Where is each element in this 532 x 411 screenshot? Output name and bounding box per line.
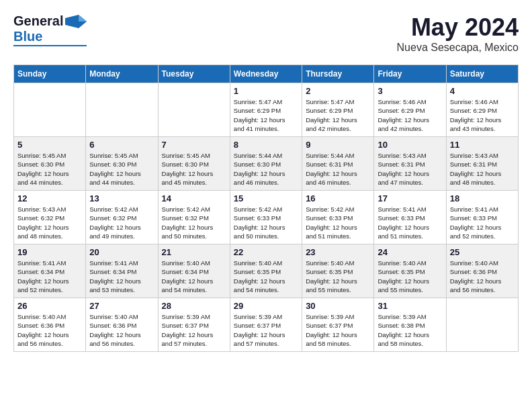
table-row: 26Sunrise: 5:40 AM Sunset: 6:36 PM Dayli… <box>14 298 86 352</box>
day-number: 6 <box>89 140 154 150</box>
table-row: 15Sunrise: 5:42 AM Sunset: 6:33 PM Dayli… <box>230 191 302 244</box>
day-info: Sunrise: 5:47 AM Sunset: 6:29 PM Dayligh… <box>306 97 370 133</box>
day-number: 31 <box>378 301 442 311</box>
day-number: 28 <box>162 301 226 311</box>
logo-text-general: General <box>13 13 63 29</box>
day-number: 11 <box>450 140 515 150</box>
day-info: Sunrise: 5:41 AM Sunset: 6:34 PM Dayligh… <box>89 259 154 294</box>
day-number: 17 <box>378 193 442 203</box>
col-monday: Monday <box>86 65 158 83</box>
table-row: 23Sunrise: 5:40 AM Sunset: 6:35 PM Dayli… <box>302 244 374 298</box>
day-info: Sunrise: 5:41 AM Sunset: 6:33 PM Dayligh… <box>450 205 515 240</box>
table-row: 1Sunrise: 5:47 AM Sunset: 6:29 PM Daylig… <box>230 83 302 137</box>
day-number: 1 <box>234 86 298 96</box>
day-number: 5 <box>17 140 82 150</box>
day-number: 25 <box>450 247 515 257</box>
table-row <box>86 83 158 137</box>
day-info: Sunrise: 5:43 AM Sunset: 6:32 PM Dayligh… <box>17 205 82 240</box>
table-row: 22Sunrise: 5:40 AM Sunset: 6:35 PM Dayli… <box>230 244 302 298</box>
col-thursday: Thursday <box>302 65 374 83</box>
table-row: 5Sunrise: 5:45 AM Sunset: 6:30 PM Daylig… <box>14 137 86 191</box>
day-number: 22 <box>234 247 298 257</box>
day-info: Sunrise: 5:42 AM Sunset: 6:33 PM Dayligh… <box>306 205 370 240</box>
svg-marker-1 <box>79 15 87 21</box>
day-number: 27 <box>89 301 154 311</box>
day-number: 7 <box>162 140 226 150</box>
day-number: 18 <box>450 193 515 203</box>
table-row: 30Sunrise: 5:39 AM Sunset: 6:37 PM Dayli… <box>302 298 374 352</box>
table-row: 13Sunrise: 5:42 AM Sunset: 6:32 PM Dayli… <box>86 191 158 244</box>
calendar-week-row: 19Sunrise: 5:41 AM Sunset: 6:34 PM Dayli… <box>14 244 519 298</box>
calendar-week-row: 12Sunrise: 5:43 AM Sunset: 6:32 PM Dayli… <box>14 191 519 244</box>
table-row: 20Sunrise: 5:41 AM Sunset: 6:34 PM Dayli… <box>86 244 158 298</box>
day-info: Sunrise: 5:40 AM Sunset: 6:36 PM Dayligh… <box>450 259 515 294</box>
col-wednesday: Wednesday <box>230 65 302 83</box>
logo-text-blue: Blue <box>13 29 42 44</box>
col-tuesday: Tuesday <box>158 65 230 83</box>
day-number: 10 <box>378 140 442 150</box>
table-row: 4Sunrise: 5:46 AM Sunset: 6:29 PM Daylig… <box>446 83 518 137</box>
table-row: 9Sunrise: 5:44 AM Sunset: 6:31 PM Daylig… <box>302 137 374 191</box>
table-row: 19Sunrise: 5:41 AM Sunset: 6:34 PM Dayli… <box>14 244 86 298</box>
title-section: May 2024 Nueva Sesecapa, Mexico <box>397 13 519 54</box>
day-number: 30 <box>306 301 370 311</box>
day-number: 14 <box>162 193 226 203</box>
table-row: 12Sunrise: 5:43 AM Sunset: 6:32 PM Dayli… <box>14 191 86 244</box>
day-number: 16 <box>306 193 370 203</box>
day-info: Sunrise: 5:44 AM Sunset: 6:30 PM Dayligh… <box>234 151 298 187</box>
month-title: May 2024 <box>397 13 519 42</box>
day-number: 15 <box>234 193 298 203</box>
table-row: 18Sunrise: 5:41 AM Sunset: 6:33 PM Dayli… <box>446 191 518 244</box>
day-info: Sunrise: 5:40 AM Sunset: 6:35 PM Dayligh… <box>378 259 442 294</box>
day-info: Sunrise: 5:45 AM Sunset: 6:30 PM Dayligh… <box>89 151 154 187</box>
day-info: Sunrise: 5:43 AM Sunset: 6:31 PM Dayligh… <box>378 151 442 187</box>
calendar-table: Sunday Monday Tuesday Wednesday Thursday… <box>13 64 519 352</box>
calendar-week-row: 1Sunrise: 5:47 AM Sunset: 6:29 PM Daylig… <box>14 83 519 137</box>
col-sunday: Sunday <box>14 65 86 83</box>
table-row: 14Sunrise: 5:42 AM Sunset: 6:32 PM Dayli… <box>158 191 230 244</box>
day-number: 29 <box>234 301 298 311</box>
day-info: Sunrise: 5:39 AM Sunset: 6:38 PM Dayligh… <box>378 312 442 348</box>
calendar-header-row: Sunday Monday Tuesday Wednesday Thursday… <box>14 65 519 83</box>
day-info: Sunrise: 5:40 AM Sunset: 6:34 PM Dayligh… <box>162 259 226 294</box>
table-row: 27Sunrise: 5:40 AM Sunset: 6:36 PM Dayli… <box>86 298 158 352</box>
day-number: 8 <box>234 140 298 150</box>
calendar-week-row: 5Sunrise: 5:45 AM Sunset: 6:30 PM Daylig… <box>14 137 519 191</box>
table-row: 28Sunrise: 5:39 AM Sunset: 6:37 PM Dayli… <box>158 298 230 352</box>
table-row: 6Sunrise: 5:45 AM Sunset: 6:30 PM Daylig… <box>86 137 158 191</box>
day-info: Sunrise: 5:40 AM Sunset: 6:35 PM Dayligh… <box>306 259 370 294</box>
day-info: Sunrise: 5:44 AM Sunset: 6:31 PM Dayligh… <box>306 151 370 187</box>
day-info: Sunrise: 5:41 AM Sunset: 6:33 PM Dayligh… <box>378 205 442 240</box>
day-number: 20 <box>89 247 154 257</box>
day-info: Sunrise: 5:47 AM Sunset: 6:29 PM Dayligh… <box>234 97 298 133</box>
day-info: Sunrise: 5:40 AM Sunset: 6:35 PM Dayligh… <box>234 259 298 294</box>
day-number: 9 <box>306 140 370 150</box>
col-friday: Friday <box>374 65 446 83</box>
day-info: Sunrise: 5:40 AM Sunset: 6:36 PM Dayligh… <box>17 312 82 348</box>
day-info: Sunrise: 5:39 AM Sunset: 6:37 PM Dayligh… <box>306 312 370 348</box>
day-number: 19 <box>17 247 82 257</box>
day-number: 13 <box>89 193 154 203</box>
day-info: Sunrise: 5:42 AM Sunset: 6:32 PM Dayligh… <box>162 205 226 240</box>
table-row: 11Sunrise: 5:43 AM Sunset: 6:31 PM Dayli… <box>446 137 518 191</box>
table-row <box>446 298 518 352</box>
table-row: 10Sunrise: 5:43 AM Sunset: 6:31 PM Dayli… <box>374 137 446 191</box>
day-number: 21 <box>162 247 226 257</box>
table-row: 16Sunrise: 5:42 AM Sunset: 6:33 PM Dayli… <box>302 191 374 244</box>
day-info: Sunrise: 5:41 AM Sunset: 6:34 PM Dayligh… <box>17 259 82 294</box>
day-number: 2 <box>306 86 370 96</box>
calendar-week-row: 26Sunrise: 5:40 AM Sunset: 6:36 PM Dayli… <box>14 298 519 352</box>
table-row: 17Sunrise: 5:41 AM Sunset: 6:33 PM Dayli… <box>374 191 446 244</box>
logo-bird-icon <box>65 15 87 28</box>
table-row <box>158 83 230 137</box>
day-number: 12 <box>17 193 82 203</box>
day-info: Sunrise: 5:42 AM Sunset: 6:33 PM Dayligh… <box>234 205 298 240</box>
logo: General Blue <box>13 13 87 46</box>
table-row: 3Sunrise: 5:46 AM Sunset: 6:29 PM Daylig… <box>374 83 446 137</box>
day-info: Sunrise: 5:40 AM Sunset: 6:36 PM Dayligh… <box>89 312 154 348</box>
day-info: Sunrise: 5:46 AM Sunset: 6:29 PM Dayligh… <box>378 97 442 133</box>
day-number: 24 <box>378 247 442 257</box>
day-info: Sunrise: 5:46 AM Sunset: 6:29 PM Dayligh… <box>450 97 515 133</box>
table-row: 29Sunrise: 5:39 AM Sunset: 6:37 PM Dayli… <box>230 298 302 352</box>
table-row: 24Sunrise: 5:40 AM Sunset: 6:35 PM Dayli… <box>374 244 446 298</box>
